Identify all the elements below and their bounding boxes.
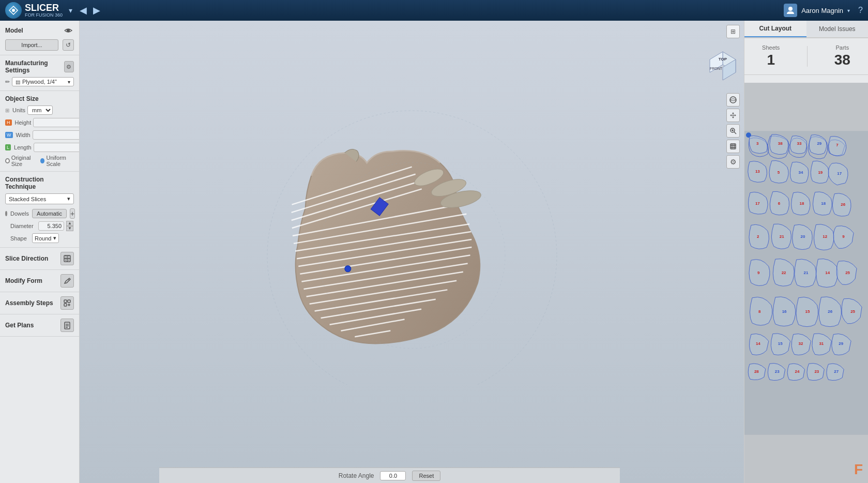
orbit-button[interactable] (726, 93, 740, 107)
parts-stat: Parts 38 (834, 44, 850, 68)
svg-text:25: 25 (845, 270, 850, 275)
shape-value: Round (35, 235, 51, 242)
model-header: Model (5, 25, 74, 36)
tab-model-issues[interactable]: Model Issues (806, 21, 869, 37)
right-tools: ⚙ (726, 93, 740, 169)
right-panel: Cut Layout Model Issues Sheets 1 Parts 3… (744, 21, 868, 483)
viewport-controls: ⊞ (726, 25, 740, 38)
units-select[interactable]: mm in cm (27, 105, 53, 115)
mfg-header: Manufacturing Settings ⚙ (5, 59, 74, 74)
slice-direction-row[interactable]: Slice Direction (0, 248, 79, 270)
svg-text:25: 25 (850, 309, 855, 314)
svg-text:15: 15 (805, 309, 810, 314)
logo-chevron[interactable]: ▾ (69, 6, 72, 14)
get-plans-row[interactable]: Get Plans (0, 314, 79, 337)
original-size-radio[interactable]: Original Size (5, 155, 36, 167)
svg-text:8: 8 (758, 309, 761, 314)
cube-top-label: TOP (719, 57, 727, 62)
cube-front-label: FRONT (710, 67, 723, 70)
width-input[interactable] (33, 130, 80, 140)
model-title: Model (5, 27, 23, 34)
dowels-radio[interactable] (5, 211, 7, 216)
svg-rect-9 (64, 300, 67, 303)
width-icon: W (5, 132, 13, 138)
shape-dropdown[interactable]: Round ▾ (32, 233, 59, 243)
logo-text: SLICER FOR FUSION 360 (25, 3, 63, 18)
add-dowel-button[interactable]: + (70, 208, 75, 219)
app-logo: SLICER FOR FUSION 360 (5, 2, 63, 19)
svg-text:13: 13 (755, 169, 760, 174)
svg-text:21: 21 (780, 234, 784, 239)
svg-text:9: 9 (842, 234, 845, 239)
height-label: Height (15, 119, 32, 126)
length-input[interactable] (34, 143, 80, 152)
material-dropdown[interactable]: ▤ Plywood, 1/4" ▾ (12, 77, 74, 86)
svg-point-21 (730, 97, 736, 103)
svg-text:18: 18 (800, 201, 804, 206)
rotate-angle-input[interactable] (380, 471, 406, 480)
refresh-button[interactable]: ↺ (63, 39, 74, 51)
bottom-bar: Rotate Angle Reset (159, 467, 620, 483)
length-row: L Length ▲ ▼ (5, 142, 74, 153)
diameter-input[interactable] (38, 221, 64, 231)
modify-form-label: Modify Form (5, 277, 42, 284)
get-plans-button[interactable] (60, 319, 74, 332)
mfg-settings-button[interactable]: ⚙ (64, 61, 74, 72)
object-size-section: Object Size ⊞ Units mm in cm H Height ▲ … (0, 91, 79, 172)
svg-text:27: 27 (834, 369, 839, 374)
import-button[interactable]: Import... (5, 39, 58, 51)
diameter-down[interactable]: ▼ (66, 226, 73, 231)
slice-direction-label: Slice Direction (5, 255, 48, 262)
model-actions: Import... ↺ (5, 39, 74, 51)
svg-text:17: 17 (755, 201, 760, 206)
help-button[interactable]: ? (858, 6, 863, 15)
svg-text:29: 29 (817, 141, 821, 146)
svg-text:23: 23 (814, 369, 819, 374)
svg-text:24: 24 (795, 369, 800, 374)
viewport[interactable]: TOP FRONT ⊞ (80, 21, 744, 483)
svg-text:9: 9 (757, 270, 760, 275)
construction-dropdown-arrow: ▾ (67, 195, 70, 202)
cut-layout-preview[interactable]: 3 38 33 29 7 13 5 34 19 (744, 83, 868, 483)
shape-dropdown-arrow: ▾ (53, 235, 56, 242)
svg-text:6: 6 (778, 201, 781, 206)
length-label: Length (14, 144, 32, 150)
auto-button[interactable]: Automatic (32, 209, 67, 218)
app-subtitle: FOR FUSION 360 (25, 12, 63, 18)
user-avatar (784, 4, 797, 17)
svg-text:21: 21 (804, 270, 809, 275)
svg-text:20: 20 (801, 234, 805, 239)
guitar-3d-model (218, 100, 606, 385)
settings-button[interactable]: ⚙ (726, 155, 740, 169)
zoom-button[interactable] (726, 124, 740, 138)
get-plans-label: Get Plans (5, 322, 34, 329)
height-row: H Height ▲ ▼ (5, 117, 74, 128)
panel-tabs: Cut Layout Model Issues (744, 21, 868, 38)
construction-title: Construction Technique (5, 176, 74, 190)
modify-form-row[interactable]: Modify Form (0, 270, 79, 292)
fit-button[interactable] (726, 140, 740, 153)
pan-button[interactable] (726, 109, 740, 122)
back-button[interactable]: ◀ (77, 4, 90, 17)
model-section: Model Import... ↺ (0, 21, 79, 55)
viewport-maximize-button[interactable]: ⊞ (726, 25, 740, 38)
units-label: Units (12, 107, 25, 113)
tab-cut-layout[interactable]: Cut Layout (744, 21, 806, 37)
assembly-steps-row[interactable]: Assembly Steps (0, 292, 79, 314)
model-eye-button[interactable] (63, 25, 74, 36)
user-dropdown-icon[interactable]: ▾ (847, 8, 850, 13)
slice-direction-button[interactable] (60, 252, 74, 265)
diameter-up[interactable]: ▲ (66, 221, 73, 226)
svg-text:32: 32 (799, 341, 803, 346)
view-cube[interactable]: TOP FRONT (705, 49, 736, 80)
uniform-scale-label: Uniform Scale (46, 155, 74, 167)
material-dropdown-arrow: ▾ (68, 79, 70, 85)
reset-button[interactable]: Reset (412, 471, 440, 481)
user-area: Aaron Magnin ▾ ? (784, 4, 863, 17)
height-input[interactable] (33, 118, 80, 127)
modify-form-button[interactable] (60, 274, 74, 288)
assembly-steps-button[interactable] (60, 296, 74, 310)
construction-dropdown[interactable]: Stacked Slices ▾ (5, 193, 74, 204)
forward-button[interactable]: ▶ (90, 4, 103, 17)
uniform-scale-radio[interactable]: Uniform Scale (40, 155, 74, 167)
